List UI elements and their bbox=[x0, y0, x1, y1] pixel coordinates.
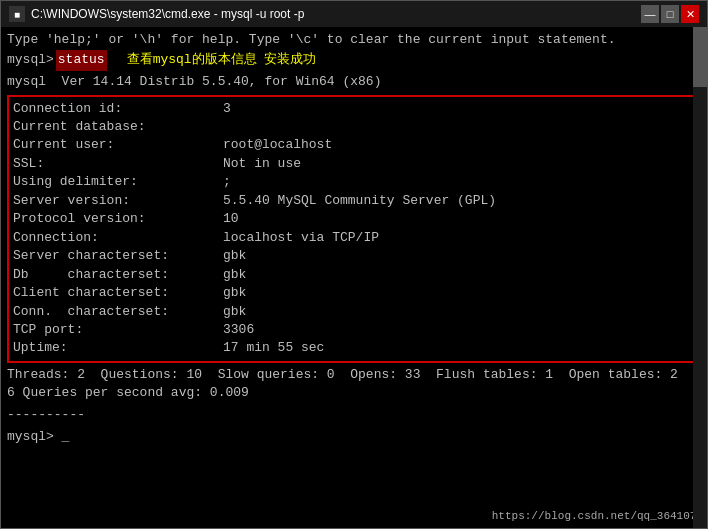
status-value: ; bbox=[223, 173, 231, 191]
status-row: Using delimiter:; bbox=[13, 173, 695, 191]
status-key: Current user: bbox=[13, 136, 223, 154]
status-key: SSL: bbox=[13, 155, 223, 173]
status-row: Uptime:17 min 55 sec bbox=[13, 339, 695, 357]
maximize-button[interactable]: □ bbox=[661, 5, 679, 23]
version-line: mysql Ver 14.14 Distrib 5.5.40, for Win6… bbox=[7, 73, 701, 92]
title-bar-controls[interactable]: — □ ✕ bbox=[641, 5, 699, 23]
status-row: TCP port:3306 bbox=[13, 321, 695, 339]
status-value: 3306 bbox=[223, 321, 254, 339]
status-value: gbk bbox=[223, 266, 246, 284]
status-value: root@localhost bbox=[223, 136, 332, 154]
status-key: Client characterset: bbox=[13, 284, 223, 302]
status-value: 3 bbox=[223, 100, 231, 118]
minimize-button[interactable]: — bbox=[641, 5, 659, 23]
status-value: gbk bbox=[223, 247, 246, 265]
status-value: 5.5.40 MySQL Community Server (GPL) bbox=[223, 192, 496, 210]
cmd-icon: ■ bbox=[9, 6, 25, 22]
status-value: gbk bbox=[223, 284, 246, 302]
annotation-text: 查看mysql的版本信息 安装成功 bbox=[127, 51, 317, 70]
status-row: Connection:localhost via TCP/IP bbox=[13, 229, 695, 247]
command-line: mysql> status 查看mysql的版本信息 安装成功 bbox=[7, 50, 701, 71]
status-row: Protocol version:10 bbox=[13, 210, 695, 228]
command-text: status bbox=[56, 50, 107, 71]
window-title: C:\WINDOWS\system32\cmd.exe - mysql -u r… bbox=[31, 7, 304, 21]
close-button[interactable]: ✕ bbox=[681, 5, 699, 23]
status-key: Server characterset: bbox=[13, 247, 223, 265]
help-line: Type 'help;' or '\h' for help. Type '\c'… bbox=[7, 31, 701, 50]
threads-line: Threads: 2 Questions: 10 Slow queries: 0… bbox=[7, 366, 701, 403]
prompt-symbol: mysql> bbox=[7, 51, 54, 70]
status-value: localhost via TCP/IP bbox=[223, 229, 379, 247]
status-value: 10 bbox=[223, 210, 239, 228]
status-row: Client characterset:gbk bbox=[13, 284, 695, 302]
status-value: gbk bbox=[223, 303, 246, 321]
status-value: 17 min 55 sec bbox=[223, 339, 324, 357]
status-row: Connection id:3 bbox=[13, 100, 695, 118]
status-key: TCP port: bbox=[13, 321, 223, 339]
status-value: Not in use bbox=[223, 155, 301, 173]
status-box: Connection id:3Current database:Current … bbox=[7, 95, 701, 363]
status-key: Current database: bbox=[13, 118, 223, 136]
status-key: Conn. characterset: bbox=[13, 303, 223, 321]
status-key: Uptime: bbox=[13, 339, 223, 357]
status-row: Current database: bbox=[13, 118, 695, 136]
status-row: Db characterset:gbk bbox=[13, 266, 695, 284]
status-key: Connection: bbox=[13, 229, 223, 247]
watermark: https://blog.csdn.net/qq_3641079 bbox=[492, 510, 703, 522]
title-bar: ■ C:\WINDOWS\system32\cmd.exe - mysql -u… bbox=[1, 1, 707, 27]
divider: ---------- bbox=[7, 406, 701, 425]
scrollbar[interactable] bbox=[693, 27, 707, 528]
status-row: Conn. characterset:gbk bbox=[13, 303, 695, 321]
status-key: Protocol version: bbox=[13, 210, 223, 228]
scrollbar-thumb[interactable] bbox=[693, 27, 707, 87]
terminal: Type 'help;' or '\h' for help. Type '\c'… bbox=[1, 27, 707, 528]
status-key: Connection id: bbox=[13, 100, 223, 118]
status-key: Using delimiter: bbox=[13, 173, 223, 191]
status-row: Current user:root@localhost bbox=[13, 136, 695, 154]
title-bar-left: ■ C:\WINDOWS\system32\cmd.exe - mysql -u… bbox=[9, 6, 304, 22]
window: ■ C:\WINDOWS\system32\cmd.exe - mysql -u… bbox=[0, 0, 708, 529]
status-row: Server characterset:gbk bbox=[13, 247, 695, 265]
status-row: SSL:Not in use bbox=[13, 155, 695, 173]
status-row: Server version:5.5.40 MySQL Community Se… bbox=[13, 192, 695, 210]
final-prompt[interactable]: mysql> _ bbox=[7, 428, 701, 447]
status-key: Db characterset: bbox=[13, 266, 223, 284]
status-key: Server version: bbox=[13, 192, 223, 210]
